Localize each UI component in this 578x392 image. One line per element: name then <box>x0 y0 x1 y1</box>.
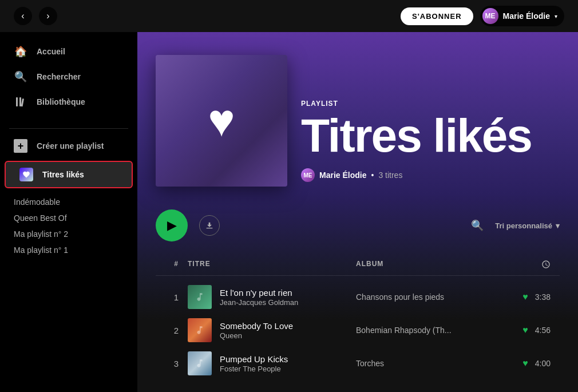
playlist-item-playlist-2[interactable]: Ma playlist n° 2 <box>14 227 124 241</box>
sort-chevron-icon: ▾ <box>556 221 560 230</box>
track-duration: 4:00 <box>535 359 551 368</box>
track-album: Bohemian Rhapsody (Th... <box>356 326 516 335</box>
track-text: Somebody To Love Queen <box>220 320 293 340</box>
cover-heart-icon: ♥ <box>208 94 235 147</box>
liked-icon[interactable]: ♥ <box>522 358 528 369</box>
sidebar: 🏠 Accueil 🔍 Rechercher Bibliothèque <box>0 32 137 392</box>
sidebar-item-label-bibliotheque: Bibliothèque <box>37 97 85 106</box>
chevron-down-icon: ▾ <box>555 13 557 19</box>
track-end: ♥ 3:38 <box>516 292 551 302</box>
playlist-type-label: PLAYLIST <box>301 100 532 108</box>
track-thumbnail <box>188 351 212 375</box>
back-button[interactable]: ‹ <box>14 7 32 25</box>
playlist-item-playlist-1[interactable]: Ma playlist n° 1 <box>14 243 124 257</box>
svg-rect-0 <box>16 97 18 106</box>
track-text: Pumped Up Kicks Foster The People <box>220 354 288 374</box>
track-album: Torches <box>356 359 516 368</box>
sidebar-item-bibliotheque[interactable]: Bibliothèque <box>5 89 133 114</box>
track-title: Et l'on n'y peut rien <box>220 287 298 299</box>
top-bar: ‹ › S'ABONNER ME Marie Élodie ▾ <box>0 0 578 32</box>
search-icon: 🔍 <box>14 70 27 84</box>
track-duration: 4:56 <box>535 326 551 335</box>
col-header-time <box>516 260 551 271</box>
track-info: Pumped Up Kicks Foster The People <box>188 351 356 375</box>
svg-rect-1 <box>19 97 21 106</box>
col-header-title: TITRE <box>188 260 356 271</box>
nav-buttons: ‹ › <box>14 7 57 25</box>
sort-label: Tri personnalisé <box>495 221 552 230</box>
track-info: Somebody To Love Queen <box>188 318 356 342</box>
track-info: Et l'on n'y peut rien Jean-Jacques Goldm… <box>188 285 356 309</box>
col-header-album: ALBUM <box>356 260 516 271</box>
track-text: Et l'on n'y peut rien Jean-Jacques Goldm… <box>220 287 298 307</box>
track-title: Somebody To Love <box>220 320 293 332</box>
search-tracks-icon[interactable]: 🔍 <box>471 219 484 232</box>
user-name: Marie Élodie <box>503 11 550 21</box>
track-list: # TITRE ALBUM 1 <box>137 255 578 392</box>
track-list-header: # TITRE ALBUM <box>156 255 560 276</box>
user-menu[interactable]: ME Marie Élodie ▾ <box>480 6 564 26</box>
play-button[interactable]: ▶ <box>156 209 188 241</box>
download-button[interactable] <box>199 215 220 236</box>
sidebar-divider <box>9 128 128 129</box>
forward-button[interactable]: › <box>39 7 57 25</box>
playlist-item-queen[interactable]: Queen Best Of <box>14 211 124 225</box>
table-row[interactable]: 3 Pumped Up Kicks Foster The People Torc… <box>156 347 560 380</box>
sidebar-item-label-rechercher: Rechercher <box>37 72 81 81</box>
liked-tracks-label: Titres likés <box>42 170 84 179</box>
table-row[interactable]: 1 Et l'on n'y peut rien Jean-Jacques Gol… <box>156 280 560 314</box>
home-icon: 🏠 <box>14 45 27 58</box>
sidebar-item-label-accueil: Accueil <box>37 47 65 56</box>
track-thumbnail <box>188 285 212 309</box>
track-end: ♥ 4:00 <box>516 358 551 369</box>
avatar: ME <box>482 8 498 24</box>
create-playlist-label: Créer une playlist <box>37 141 104 151</box>
track-duration: 3:38 <box>535 292 551 302</box>
track-title: Pumped Up Kicks <box>220 354 288 365</box>
track-artist: Queen <box>220 331 293 340</box>
main-layout: 🏠 Accueil 🔍 Rechercher Bibliothèque <box>0 32 578 392</box>
track-count: 3 titres <box>378 171 402 180</box>
content-area: ♥ PLAYLIST Titres likés ME Marie Élodie … <box>137 32 578 392</box>
track-number: 2 <box>165 326 188 335</box>
svg-rect-2 <box>21 98 24 106</box>
liked-heart-icon <box>19 168 33 181</box>
owner-avatar: ME <box>301 168 315 182</box>
track-artist: Jean-Jacques Goldman <box>220 298 298 307</box>
liked-tracks-item[interactable]: Titres likés <box>5 161 133 188</box>
create-playlist-item[interactable]: + Créer une playlist <box>0 133 137 159</box>
col-header-num: # <box>165 260 188 271</box>
library-icon <box>14 95 27 109</box>
track-number: 3 <box>165 359 188 369</box>
track-album: Chansons pour les pieds <box>356 292 516 302</box>
table-row[interactable]: 2 Somebody To Love Queen Bohemian Rhapso… <box>156 314 560 347</box>
track-artist: Foster The People <box>220 365 288 373</box>
playlist-title: Titres likés <box>301 112 532 159</box>
track-number: 1 <box>165 292 188 302</box>
track-thumbnail <box>188 318 212 342</box>
sidebar-item-rechercher[interactable]: 🔍 Rechercher <box>5 64 133 89</box>
playlist-info: PLAYLIST Titres likés ME Marie Élodie • … <box>301 100 532 187</box>
liked-icon[interactable]: ♥ <box>522 292 528 302</box>
sidebar-item-accueil[interactable]: 🏠 Accueil <box>5 39 133 64</box>
playlist-meta: ME Marie Élodie • 3 titres <box>301 168 532 182</box>
playlist-controls: ▶ 🔍 Tri personnalisé ▾ <box>137 200 578 255</box>
sort-button[interactable]: Tri personnalisé ▾ <box>495 221 560 230</box>
track-end: ♥ 4:56 <box>516 325 551 335</box>
playlist-item-indemodable[interactable]: Indémodable <box>14 195 124 209</box>
meta-dot: • <box>371 171 374 180</box>
owner-name[interactable]: Marie Élodie <box>319 171 366 180</box>
top-bar-right: S'ABONNER ME Marie Élodie ▾ <box>401 6 564 26</box>
playlist-cover: ♥ <box>156 55 287 187</box>
subscribe-button[interactable]: S'ABONNER <box>401 7 473 25</box>
liked-icon[interactable]: ♥ <box>522 325 528 335</box>
playlist-header: ♥ PLAYLIST Titres likés ME Marie Élodie … <box>137 32 578 200</box>
sidebar-nav: 🏠 Accueil 🔍 Rechercher Bibliothèque <box>0 39 137 114</box>
plus-icon: + <box>14 139 27 153</box>
playlist-list: Indémodable Queen Best Of Ma playlist n°… <box>0 191 137 262</box>
